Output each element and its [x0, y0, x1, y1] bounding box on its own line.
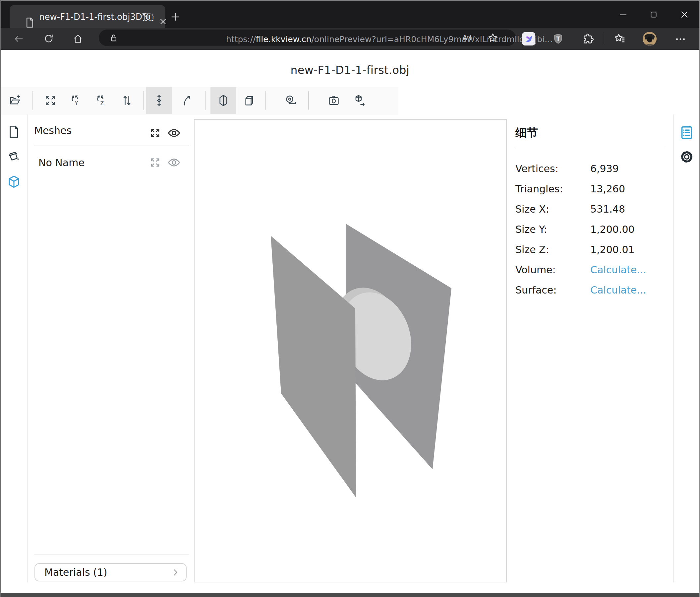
browser-toolbar: https://file.kkview.cn/onlinePreview?url… [0, 28, 700, 50]
fit-to-window-button[interactable] [38, 87, 63, 114]
chevron-right-icon [171, 568, 180, 577]
detail-label: Vertices: [516, 163, 558, 174]
window-left-border [0, 0, 1, 597]
window-minimize-button[interactable] [618, 9, 628, 20]
show-hide-all-eye-icon[interactable] [167, 126, 181, 140]
details-row-vertices: Vertices: 6,939 [516, 158, 666, 178]
axis-up-icon [153, 94, 166, 107]
home-icon[interactable] [73, 33, 83, 44]
wireframe-box-button[interactable] [236, 87, 262, 114]
set-up-vector-button[interactable] [146, 87, 172, 114]
measure-button[interactable] [278, 87, 304, 114]
refresh-icon[interactable] [44, 33, 54, 44]
browser-menu-dots-icon[interactable] [674, 33, 686, 45]
address-bar[interactable]: https://file.kkview.cn/onlinePreview?url… [99, 29, 516, 46]
model-cube-icon[interactable] [7, 175, 21, 189]
new-tab-button[interactable] [170, 11, 181, 23]
left-plane-mesh [271, 236, 356, 498]
read-aloud-icon[interactable]: A [461, 32, 472, 44]
window-bottom-bar [0, 593, 700, 597]
materials-button-label: Materials (1) [44, 564, 107, 581]
flip-vertical-button[interactable] [114, 87, 140, 114]
materials-section-divider [34, 554, 189, 555]
export-model-button[interactable] [347, 87, 373, 114]
free-orbit-button[interactable] [174, 87, 200, 114]
extension-bird-icon[interactable] [521, 31, 536, 46]
viewer-toolbar: Y Z [1, 87, 398, 115]
tab-title: new-F1-D1-1-first.obj3D预览 [39, 5, 153, 28]
back-icon[interactable] [13, 33, 24, 44]
favorite-star-icon[interactable] [487, 32, 499, 44]
toolbar-divider [308, 91, 308, 110]
detail-label: Size Z: [516, 243, 549, 255]
svg-text:Y: Y [75, 100, 78, 106]
tab-close-icon[interactable] [159, 17, 167, 26]
url-path: /onlinePreview?url=aHR0cHM6Ly9maWxlLmtrd… [311, 34, 553, 44]
open-file-button[interactable] [2, 87, 28, 114]
collections-star-icon[interactable] [613, 32, 626, 45]
materials-button[interactable]: Materials (1) [34, 563, 186, 581]
calculate-surface-link[interactable]: Calculate... [590, 284, 646, 295]
details-row-volume: Volume: Calculate... [516, 259, 666, 280]
rotate-z-icon: Z [95, 94, 108, 107]
svg-text:A: A [462, 33, 467, 42]
details-row-size-y: Size Y: 1,200.00 [516, 219, 666, 239]
lock-icon[interactable] [109, 33, 119, 43]
detail-label: Triangles: [516, 183, 563, 194]
extension-shield-t-icon[interactable]: T [552, 32, 565, 45]
rotate-up-z-button[interactable]: Z [89, 87, 114, 114]
details-panel-title: 细节 [516, 125, 538, 141]
folder-open-icon [9, 94, 22, 107]
solid-shading-button[interactable] [210, 87, 236, 114]
settings-gear-icon[interactable] [679, 149, 694, 165]
calculate-volume-link[interactable]: Calculate... [590, 264, 646, 275]
rotate-up-y-button[interactable]: Y [63, 87, 89, 114]
snapshot-button[interactable] [321, 87, 347, 114]
details-row-size-z: Size Z: 1,200.01 [516, 239, 666, 259]
detail-value: 531.48 [590, 203, 625, 215]
detail-value: 13,260 [590, 183, 625, 194]
detail-label: Volume: [516, 264, 556, 275]
materials-panel-icon[interactable] [7, 149, 21, 163]
camera-icon [327, 94, 340, 107]
extensions-puzzle-icon[interactable] [582, 32, 595, 45]
details-table: Vertices: 6,939 Triangles: 13,260 Size X… [516, 158, 666, 300]
viewer-page: new-F1-D1-1-first.obj Y Z [1, 50, 699, 593]
svg-text:Z: Z [100, 100, 104, 106]
details-row-surface: Surface: Calculate... [516, 280, 666, 300]
browser-tab[interactable]: new-F1-D1-1-first.obj3D预览 [10, 5, 165, 28]
fit-mesh-icon[interactable] [149, 156, 161, 169]
solid-shape-icon [217, 94, 230, 107]
url-text[interactable]: https://file.kkview.cn/onlinePreview?url… [226, 32, 553, 46]
toolbar-divider [143, 91, 144, 110]
profile-avatar[interactable] [642, 31, 657, 46]
meshes-header-divider [34, 146, 189, 146]
flip-arrows-icon [121, 94, 133, 107]
fit-screen-icon [44, 94, 57, 107]
mesh-list-item[interactable]: No Name [34, 152, 189, 173]
expand-all-icon[interactable] [149, 127, 161, 139]
detail-label: Surface: [516, 284, 556, 295]
export-box-icon [353, 94, 366, 107]
box-outline-icon [243, 94, 255, 107]
meshes-panel-title: Meshes [34, 125, 72, 136]
mesh-visibility-eye-icon[interactable] [167, 156, 181, 169]
3d-model-render [195, 120, 506, 582]
details-row-triangles: Triangles: 13,260 [516, 178, 666, 199]
left-strip-divider [27, 114, 27, 582]
toolbar-divider [32, 91, 32, 110]
file-panel-icon[interactable] [7, 125, 21, 139]
browser-titlebar: new-F1-D1-1-first.obj3D预览 [0, 0, 700, 28]
details-list-icon[interactable] [679, 125, 694, 140]
window-maximize-button[interactable] [649, 10, 658, 19]
rotate-y-icon: Y [70, 94, 82, 107]
toolbar-divider [266, 91, 266, 110]
svg-text:T: T [556, 35, 560, 42]
detail-value: 1,200.00 [590, 223, 635, 235]
details-header-divider [516, 148, 665, 148]
toolbar-separator [603, 33, 603, 45]
toolbar-divider [205, 91, 205, 110]
window-close-button[interactable] [679, 9, 690, 20]
detail-label: Size Y: [516, 223, 547, 235]
model-canvas[interactable] [194, 119, 507, 582]
